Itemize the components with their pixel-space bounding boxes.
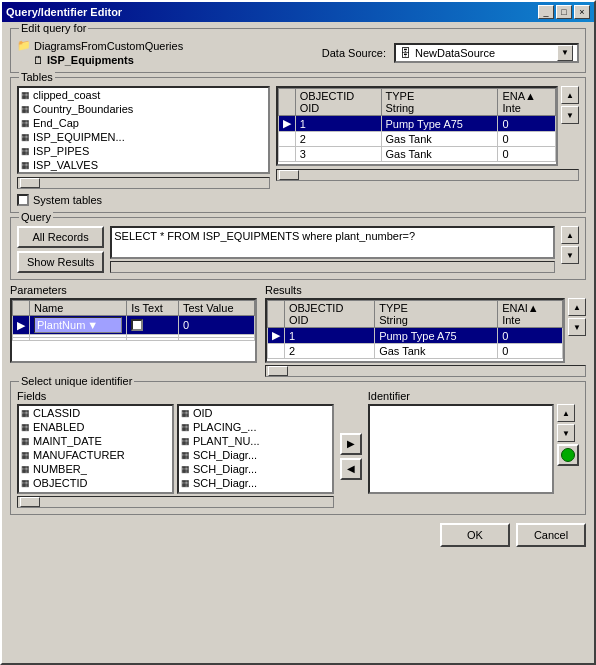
cell-type: Gas Tank <box>381 147 498 162</box>
field-icon: ▦ <box>181 436 190 446</box>
list-item[interactable]: ▦ CLASSID <box>19 406 172 420</box>
query-input-area: SELECT * FROM ISP_EQUIPMENTS where plant… <box>110 226 555 273</box>
hscrollbar-query[interactable] <box>110 261 555 273</box>
list-item[interactable]: ▦ End_Cap <box>19 116 268 130</box>
show-results-button[interactable]: Show Results <box>17 251 104 273</box>
list-item[interactable]: ▦ NUMBER_ <box>19 462 172 476</box>
hscrollbar-results[interactable] <box>265 365 586 377</box>
cell-type: Gas Tank <box>375 344 498 359</box>
params-table: Name Is Text Test Value ▶ PlantNum <box>12 300 255 341</box>
minimize-button[interactable]: _ <box>538 5 554 19</box>
hscrollbar-fields[interactable] <box>17 496 334 508</box>
col-ena: ENA▲Inte <box>498 89 556 116</box>
table-row[interactable]: ▶ 1 Pump Type A75 0 <box>278 116 555 132</box>
list-item[interactable]: ▦ SCH_Diagr... <box>179 476 332 490</box>
istext-checkbox[interactable] <box>131 319 143 331</box>
maximize-button[interactable]: □ <box>556 5 572 19</box>
list-item[interactable]: ▦ MANUFACTURER <box>19 448 172 462</box>
param-name: PlantNum <box>37 319 85 331</box>
query-inner: All Records Show Results SELECT * FROM I… <box>17 226 579 273</box>
table-row[interactable]: 2 Gas Tank 0 <box>278 132 555 147</box>
params-grid-wrapper[interactable]: Name Is Text Test Value ▶ PlantNum <box>10 298 257 363</box>
window-content: Edit query for 📁 DiagramsFromCustomQueri… <box>2 22 594 663</box>
scroll-up-identifier[interactable]: ▲ <box>557 404 575 422</box>
table-row[interactable]: ▶ PlantNum ▼ 0 <box>13 316 255 335</box>
cell-id: 2 <box>295 132 381 147</box>
tables-grid-area: OBJECTIDOID TYPEString ENA▲Inte ▶ 1 <box>276 86 579 206</box>
list-item[interactable]: ▦ ISP_EQUIPMEN... <box>19 130 268 144</box>
edit-query-row: 📁 DiagramsFromCustomQueries 🗒 ISP_Equipm… <box>17 37 579 66</box>
list-item[interactable]: ▦ ISP_VALVES <box>19 158 268 172</box>
db-icon: 🗄 <box>400 47 411 59</box>
all-records-button[interactable]: All Records <box>17 226 104 248</box>
list-item[interactable]: ▦ OID <box>179 406 332 420</box>
row-indicator: ▶ <box>267 328 284 344</box>
cell-type: Pump Type A75 <box>375 328 498 344</box>
table-icon: ▦ <box>21 104 30 114</box>
arrow-left-button[interactable]: ◀ <box>340 458 362 480</box>
table-row[interactable]: 3 Gas Tank 0 <box>278 147 555 162</box>
list-item[interactable]: ▦ clipped_coast <box>19 88 268 102</box>
cell-ena: 0 <box>498 344 563 359</box>
list-item[interactable]: ▦ SCH_Diagr... <box>179 462 332 476</box>
scroll-down-btn[interactable]: ▼ <box>561 106 579 124</box>
cancel-button[interactable]: Cancel <box>516 523 586 547</box>
col-indicator <box>267 301 284 328</box>
tables-scroll-arrows: ▲ ▼ <box>561 86 579 166</box>
datasource-combo[interactable]: 🗄 NewDataSource ▼ <box>394 43 579 63</box>
table-icon: 🗒 <box>33 54 44 66</box>
row-indicator: ▶ <box>13 316 30 335</box>
scrollbar-thumb <box>279 170 299 180</box>
query-buttons: All Records Show Results <box>17 226 104 273</box>
scroll-down-query[interactable]: ▼ <box>561 246 579 264</box>
query-textarea[interactable]: SELECT * FROM ISP_EQUIPMENTS where plant… <box>110 226 555 259</box>
system-tables-row: System tables <box>17 194 270 206</box>
col-indicator <box>13 301 30 316</box>
scroll-up-results[interactable]: ▲ <box>568 298 586 316</box>
list-item[interactable]: ▦ PLANT_NU... <box>179 434 332 448</box>
results-grid-wrapper[interactable]: OBJECTIDOID TYPEString ENAI▲Inte ▶ 1 Pum… <box>265 298 565 363</box>
close-button[interactable]: × <box>574 5 590 19</box>
hscrollbar-tables[interactable] <box>17 177 270 189</box>
identifier-list[interactable] <box>368 404 554 494</box>
list-item[interactable]: ▦ MAINT_DATE <box>19 434 172 448</box>
tree-parent: 📁 DiagramsFromCustomQueries <box>17 39 183 52</box>
tables-label: Tables <box>19 71 55 83</box>
col-enai: ENAI▲Inte <box>498 301 563 328</box>
system-tables-checkbox[interactable] <box>17 194 29 206</box>
tables-list[interactable]: ▦ clipped_coast ▦ Country_Boundaries ▦ E… <box>17 86 270 174</box>
fields-list-col2[interactable]: ▦ OID ▦ PLACING_... ▦ PLANT_NU... <box>177 404 334 494</box>
table-row[interactable] <box>13 338 255 341</box>
fields-list-col1[interactable]: ▦ CLASSID ▦ ENABLED ▦ MAINT_DATE <box>17 404 174 494</box>
arrow-right-button[interactable]: ▶ <box>340 433 362 455</box>
list-item[interactable]: ▦ Country_Boundaries <box>19 102 268 116</box>
results-scroll-arrows: ▲ ▼ <box>568 298 586 363</box>
scroll-up-btn[interactable]: ▲ <box>561 86 579 104</box>
cell-id: 1 <box>295 116 381 132</box>
col-type: TYPEString <box>381 89 498 116</box>
cell-id: 2 <box>284 344 374 359</box>
list-item[interactable]: ▦ ISP_PIPES <box>19 144 268 158</box>
ok-button[interactable]: OK <box>440 523 510 547</box>
scroll-up-query[interactable]: ▲ <box>561 226 579 244</box>
list-item[interactable]: ▦ SCH_Diagr... <box>179 448 332 462</box>
scroll-down-identifier[interactable]: ▼ <box>557 424 575 442</box>
table-row[interactable]: 2 Gas Tank 0 <box>267 344 562 359</box>
tables-data-grid[interactable]: OBJECTIDOID TYPEString ENA▲Inte ▶ 1 <box>276 86 558 166</box>
list-item[interactable]: ▦ ENABLED <box>19 420 172 434</box>
hscrollbar-grid[interactable] <box>276 169 579 181</box>
table-row[interactable]: ▶ 1 Pump Type A75 0 <box>267 328 562 344</box>
list-item[interactable]: ▦ OBJECTID <box>19 476 172 490</box>
edit-query-group: Edit query for 📁 DiagramsFromCustomQueri… <box>10 28 586 73</box>
field-icon: ▦ <box>181 422 190 432</box>
scroll-down-results[interactable]: ▼ <box>568 318 586 336</box>
results-label: Results <box>265 284 586 296</box>
list-item[interactable]: ▦ PLACING_... <box>179 420 332 434</box>
dropdown-arrow[interactable]: ▼ <box>87 319 98 331</box>
cell-istext <box>127 316 179 335</box>
add-identifier-button[interactable] <box>557 444 579 466</box>
title-bar-controls: _ □ × <box>538 5 590 19</box>
datasource-value: NewDataSource <box>415 47 495 59</box>
field-icon: ▦ <box>21 408 30 418</box>
combo-arrow[interactable]: ▼ <box>557 45 573 61</box>
